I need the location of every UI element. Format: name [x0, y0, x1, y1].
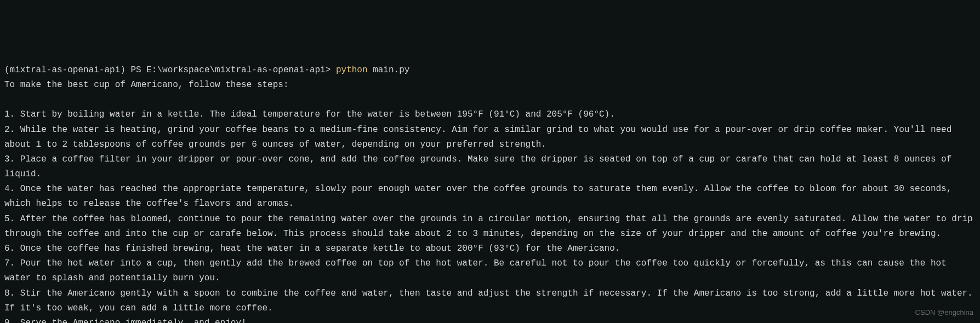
output-step-6: 6. Once the coffee has finished brewing,… — [4, 241, 976, 256]
output-step-5: 5. After the coffee has bloomed, continu… — [4, 212, 976, 241]
prompt-path: E:\workspace\mixtral-as-openai-api> — [146, 65, 331, 75]
output-step-4: 4. Once the water has reached the approp… — [4, 182, 976, 211]
output-step-9: 9. Serve the Americano immediately, and … — [4, 316, 976, 323]
watermark: CSDN @engchina — [915, 307, 973, 319]
prompt-env: (mixtral-as-openai-api) — [4, 65, 126, 75]
prompt-shell: PS — [130, 65, 141, 75]
output-intro: To make the best cup of Americano, follo… — [4, 78, 976, 93]
output-step-8: 8. Stir the Americano gently with a spoo… — [4, 286, 976, 316]
output-step-3: 3. Place a coffee filter in your dripper… — [4, 152, 976, 182]
prompt-line: (mixtral-as-openai-api) PS E:\workspace\… — [4, 63, 976, 78]
output-step-1: 1. Start by boiling water in a kettle. T… — [4, 107, 976, 122]
terminal-content[interactable]: (mixtral-as-openai-api) PS E:\workspace\… — [4, 63, 976, 323]
command-python: python — [336, 65, 368, 75]
command-arg: main.py — [373, 65, 409, 75]
output-step-7: 7. Pour the hot water into a cup, then g… — [4, 256, 976, 286]
output-step-2: 2. While the water is heating, grind you… — [4, 123, 976, 152]
